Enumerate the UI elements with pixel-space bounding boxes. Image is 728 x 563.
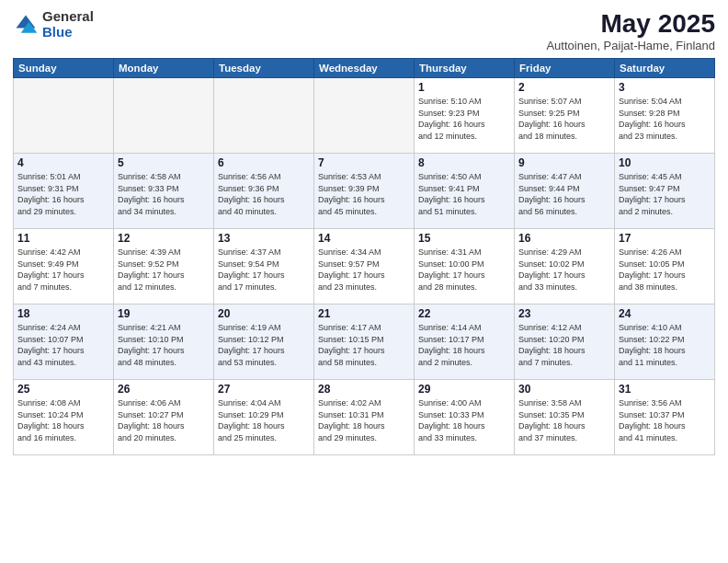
day-number: 19 xyxy=(118,307,210,320)
calendar-cell: 9Sunrise: 4:47 AM Sunset: 9:44 PM Daylig… xyxy=(515,154,615,229)
day-info: Sunrise: 4:37 AM Sunset: 9:54 PM Dayligh… xyxy=(218,247,310,293)
calendar-cell: 30Sunrise: 3:58 AM Sunset: 10:35 PM Dayl… xyxy=(515,380,615,455)
weekday-header-sunday: Sunday xyxy=(14,59,114,78)
logo: General Blue xyxy=(13,9,94,40)
day-number: 9 xyxy=(518,156,610,169)
calendar-cell: 23Sunrise: 4:12 AM Sunset: 10:20 PM Dayl… xyxy=(515,304,615,380)
day-number: 5 xyxy=(118,156,210,169)
calendar-cell: 24Sunrise: 4:10 AM Sunset: 10:22 PM Dayl… xyxy=(615,304,715,380)
header: General Blue May 2025 Auttoinen, Paijat-… xyxy=(13,9,715,52)
calendar-cell: 17Sunrise: 4:26 AM Sunset: 10:05 PM Dayl… xyxy=(615,229,715,304)
day-info: Sunrise: 4:45 AM Sunset: 9:47 PM Dayligh… xyxy=(619,171,711,217)
calendar-cell: 28Sunrise: 4:02 AM Sunset: 10:31 PM Dayl… xyxy=(314,380,415,455)
week-row-2: 4Sunrise: 5:01 AM Sunset: 9:31 PM Daylig… xyxy=(14,154,715,229)
day-info: Sunrise: 4:24 AM Sunset: 10:07 PM Daylig… xyxy=(17,322,109,368)
page: General Blue May 2025 Auttoinen, Paijat-… xyxy=(0,0,728,563)
day-number: 20 xyxy=(218,307,310,320)
calendar-cell: 13Sunrise: 4:37 AM Sunset: 9:54 PM Dayli… xyxy=(214,229,314,304)
week-row-1: 1Sunrise: 5:10 AM Sunset: 9:23 PM Daylig… xyxy=(14,78,715,154)
logo-general: General xyxy=(42,9,94,25)
day-info: Sunrise: 4:58 AM Sunset: 9:33 PM Dayligh… xyxy=(118,171,210,217)
day-info: Sunrise: 3:56 AM Sunset: 10:37 PM Daylig… xyxy=(619,397,711,443)
day-info: Sunrise: 4:17 AM Sunset: 10:15 PM Daylig… xyxy=(318,322,410,368)
day-info: Sunrise: 4:08 AM Sunset: 10:24 PM Daylig… xyxy=(17,397,109,443)
calendar-cell: 3Sunrise: 5:04 AM Sunset: 9:28 PM Daylig… xyxy=(615,78,715,154)
weekday-header-tuesday: Tuesday xyxy=(214,59,314,78)
day-info: Sunrise: 4:04 AM Sunset: 10:29 PM Daylig… xyxy=(218,397,310,443)
calendar-cell: 2Sunrise: 5:07 AM Sunset: 9:25 PM Daylig… xyxy=(515,78,615,154)
day-info: Sunrise: 4:21 AM Sunset: 10:10 PM Daylig… xyxy=(118,322,210,368)
week-row-5: 25Sunrise: 4:08 AM Sunset: 10:24 PM Dayl… xyxy=(14,380,715,455)
day-number: 27 xyxy=(218,383,310,396)
weekday-header-wednesday: Wednesday xyxy=(314,59,415,78)
calendar-cell: 25Sunrise: 4:08 AM Sunset: 10:24 PM Dayl… xyxy=(14,380,114,455)
day-info: Sunrise: 4:10 AM Sunset: 10:22 PM Daylig… xyxy=(619,322,711,368)
calendar-cell: 7Sunrise: 4:53 AM Sunset: 9:39 PM Daylig… xyxy=(314,154,415,229)
day-info: Sunrise: 4:31 AM Sunset: 10:00 PM Daylig… xyxy=(418,247,510,293)
day-number: 6 xyxy=(218,156,310,169)
calendar-cell: 12Sunrise: 4:39 AM Sunset: 9:52 PM Dayli… xyxy=(114,229,214,304)
day-info: Sunrise: 4:19 AM Sunset: 10:12 PM Daylig… xyxy=(218,322,310,368)
calendar-cell: 22Sunrise: 4:14 AM Sunset: 10:17 PM Dayl… xyxy=(415,304,515,380)
day-number: 2 xyxy=(518,81,610,94)
calendar-cell: 8Sunrise: 4:50 AM Sunset: 9:41 PM Daylig… xyxy=(415,154,515,229)
day-info: Sunrise: 5:04 AM Sunset: 9:28 PM Dayligh… xyxy=(619,96,711,142)
day-info: Sunrise: 4:50 AM Sunset: 9:41 PM Dayligh… xyxy=(418,171,510,217)
day-number: 4 xyxy=(17,156,109,169)
day-info: Sunrise: 5:07 AM Sunset: 9:25 PM Dayligh… xyxy=(518,96,610,142)
calendar-cell: 1Sunrise: 5:10 AM Sunset: 9:23 PM Daylig… xyxy=(415,78,515,154)
day-info: Sunrise: 4:47 AM Sunset: 9:44 PM Dayligh… xyxy=(518,171,610,217)
day-number: 14 xyxy=(318,232,410,245)
calendar-cell: 26Sunrise: 4:06 AM Sunset: 10:27 PM Dayl… xyxy=(114,380,214,455)
weekday-header-saturday: Saturday xyxy=(615,59,715,78)
calendar-cell: 15Sunrise: 4:31 AM Sunset: 10:00 PM Dayl… xyxy=(415,229,515,304)
weekday-header-monday: Monday xyxy=(114,59,214,78)
weekday-header-thursday: Thursday xyxy=(415,59,515,78)
day-number: 10 xyxy=(619,156,711,169)
day-number: 8 xyxy=(418,156,510,169)
calendar-cell: 16Sunrise: 4:29 AM Sunset: 10:02 PM Dayl… xyxy=(515,229,615,304)
weekday-header-row: SundayMondayTuesdayWednesdayThursdayFrid… xyxy=(14,59,715,78)
day-number: 31 xyxy=(619,383,711,396)
day-number: 17 xyxy=(619,232,711,245)
day-number: 26 xyxy=(118,383,210,396)
day-number: 18 xyxy=(17,307,109,320)
day-info: Sunrise: 4:00 AM Sunset: 10:33 PM Daylig… xyxy=(418,397,510,443)
day-info: Sunrise: 4:14 AM Sunset: 10:17 PM Daylig… xyxy=(418,322,510,368)
calendar-cell: 6Sunrise: 4:56 AM Sunset: 9:36 PM Daylig… xyxy=(214,154,314,229)
day-info: Sunrise: 3:58 AM Sunset: 10:35 PM Daylig… xyxy=(518,397,610,443)
day-info: Sunrise: 4:34 AM Sunset: 9:57 PM Dayligh… xyxy=(318,247,410,293)
week-row-4: 18Sunrise: 4:24 AM Sunset: 10:07 PM Dayl… xyxy=(14,304,715,380)
day-info: Sunrise: 4:26 AM Sunset: 10:05 PM Daylig… xyxy=(619,247,711,293)
day-number: 16 xyxy=(518,232,610,245)
day-number: 7 xyxy=(318,156,410,169)
day-number: 3 xyxy=(619,81,711,94)
day-number: 22 xyxy=(418,307,510,320)
day-info: Sunrise: 4:06 AM Sunset: 10:27 PM Daylig… xyxy=(118,397,210,443)
weekday-header-friday: Friday xyxy=(515,59,615,78)
calendar-cell: 29Sunrise: 4:00 AM Sunset: 10:33 PM Dayl… xyxy=(415,380,515,455)
day-number: 21 xyxy=(318,307,410,320)
day-number: 12 xyxy=(118,232,210,245)
day-info: Sunrise: 4:02 AM Sunset: 10:31 PM Daylig… xyxy=(318,397,410,443)
calendar-cell xyxy=(14,78,114,154)
calendar-cell: 4Sunrise: 5:01 AM Sunset: 9:31 PM Daylig… xyxy=(14,154,114,229)
day-number: 11 xyxy=(17,232,109,245)
logo-icon xyxy=(13,12,39,38)
logo-text: General Blue xyxy=(42,9,94,40)
day-number: 28 xyxy=(318,383,410,396)
day-info: Sunrise: 4:42 AM Sunset: 9:49 PM Dayligh… xyxy=(17,247,109,293)
day-info: Sunrise: 4:12 AM Sunset: 10:20 PM Daylig… xyxy=(518,322,610,368)
day-number: 1 xyxy=(418,81,510,94)
day-number: 23 xyxy=(518,307,610,320)
calendar-cell: 5Sunrise: 4:58 AM Sunset: 9:33 PM Daylig… xyxy=(114,154,214,229)
day-info: Sunrise: 5:10 AM Sunset: 9:23 PM Dayligh… xyxy=(418,96,510,142)
calendar: SundayMondayTuesdayWednesdayThursdayFrid… xyxy=(13,58,715,455)
day-info: Sunrise: 4:39 AM Sunset: 9:52 PM Dayligh… xyxy=(118,247,210,293)
day-number: 25 xyxy=(17,383,109,396)
calendar-cell: 10Sunrise: 4:45 AM Sunset: 9:47 PM Dayli… xyxy=(615,154,715,229)
day-number: 24 xyxy=(619,307,711,320)
day-info: Sunrise: 4:29 AM Sunset: 10:02 PM Daylig… xyxy=(518,247,610,293)
calendar-cell: 18Sunrise: 4:24 AM Sunset: 10:07 PM Dayl… xyxy=(14,304,114,380)
calendar-cell: 20Sunrise: 4:19 AM Sunset: 10:12 PM Dayl… xyxy=(214,304,314,380)
